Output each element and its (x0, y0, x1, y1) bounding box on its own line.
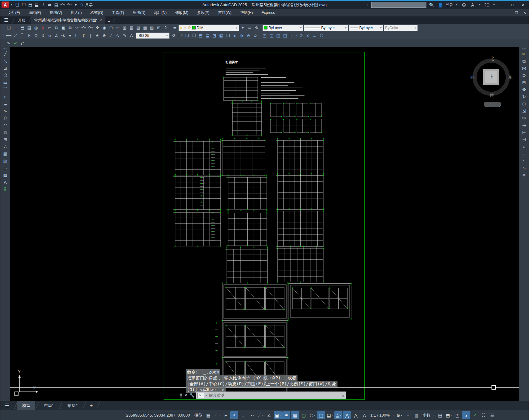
mirror-icon[interactable]: ⋈ (520, 65, 528, 72)
rotate-icon[interactable]: ↻ (520, 93, 528, 100)
autodesk-app-icon[interactable]: A (469, 2, 476, 8)
group-selection-icon[interactable]: ◲ (275, 32, 281, 39)
lock-ui-toggle[interactable]: ⬒▾ (445, 411, 453, 419)
move-icon[interactable]: ✥ (520, 86, 528, 93)
menu-插入[interactable]: 插入(I) (66, 9, 86, 16)
toolbar-grip[interactable]: ⣿ (2, 42, 4, 45)
new-drawing-tab-button[interactable]: + (105, 19, 113, 24)
layout-tabs-menu-icon[interactable]: ☰ (0, 403, 14, 409)
command-bar-grip[interactable]: ⣿⣿ (180, 393, 182, 398)
chamfer-icon[interactable]: ⌐ (520, 150, 528, 157)
measure-angle-icon[interactable]: ∠ (305, 32, 311, 39)
dynamic-ucs-toggle[interactable]: ⬚ (317, 411, 325, 419)
annotation-scale-dropdown-icon[interactable]: ▾ (391, 411, 395, 419)
group-icon[interactable]: ⬘ (245, 32, 252, 39)
stretch-icon[interactable]: ⇲ (520, 108, 528, 114)
viewcube-north-label[interactable]: 北 (489, 56, 494, 62)
dim-edit-icon[interactable]: ✎ (121, 32, 128, 39)
menu-参数[interactable]: 参数(P) (193, 9, 214, 16)
group-create-icon[interactable]: ◰ (261, 32, 268, 39)
viewcube-top-label[interactable]: 上 (488, 73, 494, 81)
explode-icon[interactable]: ❖ (520, 172, 528, 179)
layer-color-swatch[interactable] (192, 26, 196, 29)
color-combo-arrow-icon[interactable]: ˅ (300, 26, 302, 29)
break-at-point-icon[interactable]: ⊢ (520, 129, 528, 136)
infer-constraints-toggle[interactable]: ⌐ (222, 411, 230, 419)
user-icon[interactable]: 👤 (437, 2, 444, 8)
units-dropdown-icon[interactable]: ▾ (432, 411, 435, 419)
help-dropdown-icon[interactable]: ▾ (492, 2, 496, 8)
dim-continue-icon[interactable]: ⊨ (74, 32, 80, 39)
undo-icon[interactable]: ↶▾ (81, 24, 87, 31)
construction-line-icon[interactable]: ⤡ (1, 58, 9, 64)
isolate-objects-toggle[interactable]: ◳ (453, 411, 461, 419)
command-prompt-icon[interactable]: >_ (197, 393, 204, 398)
zoom-realtime-icon[interactable]: ◉ (101, 24, 108, 31)
measure-area-icon[interactable]: ▱ (311, 32, 318, 39)
dim-aligned-icon[interactable]: ⤢ (12, 32, 19, 39)
measure-volume-icon[interactable]: ⬡ (318, 32, 325, 39)
dim-ordinate-icon[interactable]: ⊦ (26, 32, 33, 39)
dim-text-edit-icon[interactable]: A (128, 32, 135, 39)
layer-on-icon[interactable]: ● (180, 26, 182, 30)
upload-icon[interactable]: ⇪ (40, 2, 46, 8)
multiline-text-icon[interactable]: A (1, 179, 9, 186)
dim-jogged-linear-icon[interactable]: ∿ (115, 32, 121, 39)
measure-radius-icon[interactable]: ⊙ (298, 32, 304, 39)
layer-properties-icon[interactable]: ≣ (172, 24, 178, 31)
app-menu-dropdown-icon[interactable]: ▾ (10, 2, 13, 8)
isometric-drafting-toggle[interactable]: ⟋▾ (256, 411, 264, 419)
customization-toggle[interactable]: ☰ (488, 411, 496, 419)
workspace-switching-toggle[interactable]: ⚙▾ (395, 411, 403, 419)
hatch-icon[interactable]: ▨ (1, 150, 9, 157)
dim-inspect-icon[interactable]: ✓ (108, 32, 114, 39)
menu-绘图[interactable]: 绘图(D) (128, 9, 150, 16)
send-under-objects-icon[interactable]: ⬓ (204, 32, 211, 39)
help-search-box[interactable] (371, 2, 426, 8)
help-icon[interactable]: ? (162, 24, 169, 31)
menu-窗口[interactable]: 窗口(W) (214, 9, 236, 16)
selection-filtering-toggle[interactable]: ⬓▾ (326, 411, 334, 419)
object-snap-tracking-toggle[interactable]: ∠ (265, 411, 273, 419)
tolerance-icon[interactable]: ± (94, 32, 101, 39)
annotation-autoscale-toggle[interactable]: ⋀ (352, 411, 360, 419)
array-icon[interactable]: ⊞ (520, 79, 528, 86)
color-combo[interactable]: ByLayer ˅ (262, 25, 303, 31)
annotation-to-front-icon[interactable]: ❏ (225, 32, 231, 39)
menu-帮助[interactable]: 帮助(H) (236, 9, 257, 16)
help-icon[interactable]: ?⃝ (483, 2, 490, 8)
circle-icon[interactable]: ○ (1, 93, 9, 100)
erase-icon[interactable]: ✏ (520, 51, 528, 57)
menu-标注[interactable]: 标注(N) (150, 9, 171, 16)
bring-above-objects-icon[interactable]: ⬒ (197, 32, 204, 39)
selection-cycling-toggle[interactable]: ▢ (300, 411, 308, 419)
model-space-button[interactable]: 模型 (193, 413, 204, 418)
command-bar-close-icon[interactable]: ✕ (183, 393, 188, 398)
doc-minimize-button[interactable]: – (505, 9, 513, 16)
create-block-icon[interactable]: ⊞ (1, 136, 9, 143)
properties-icon[interactable]: ▥ (121, 24, 128, 31)
save-icon[interactable]: ⬒ (19, 24, 26, 31)
lineweight-combo[interactable]: ByLayer ˅ (349, 25, 383, 31)
wcs-dropdown[interactable]: WCS ▾ (484, 102, 501, 107)
tool-palettes-icon[interactable]: ▧ (135, 24, 142, 31)
layer-combo[interactable]: ● ☀ Ω DIM ˅ (179, 25, 239, 31)
quick-dimension-icon[interactable]: ≪ (60, 32, 67, 39)
command-input[interactable]: >_ ▾ 键入命令 ▲ (196, 391, 346, 399)
layer-combo-arrow-icon[interactable]: ˅ (236, 26, 237, 29)
arc-icon[interactable]: ⌒ (1, 86, 9, 93)
share-button[interactable]: ✈ 共享 (80, 2, 93, 7)
new-layout-button[interactable]: + (86, 403, 96, 409)
trim-icon[interactable]: ✂ (520, 115, 528, 122)
quick-properties-toggle[interactable]: ▤ (436, 411, 444, 419)
3d-object-snap-toggle[interactable]: ⬡▾ (308, 411, 316, 419)
plotstyle-combo-arrow-icon[interactable]: ˅ (414, 26, 416, 29)
copy-with-base-point-icon[interactable]: ⧉ (67, 24, 73, 31)
open-icon[interactable]: ❐ (20, 2, 27, 8)
join-icon[interactable]: ∪ (520, 143, 528, 150)
viewcube[interactable]: 上 (483, 69, 499, 85)
center-mark-icon[interactable]: ⊕ (101, 32, 108, 39)
menu-工具[interactable]: 工具(T) (108, 9, 128, 16)
redo-icon[interactable]: ↷▾ (87, 24, 94, 31)
units-ruler-icon[interactable]: ▥ (412, 411, 421, 419)
